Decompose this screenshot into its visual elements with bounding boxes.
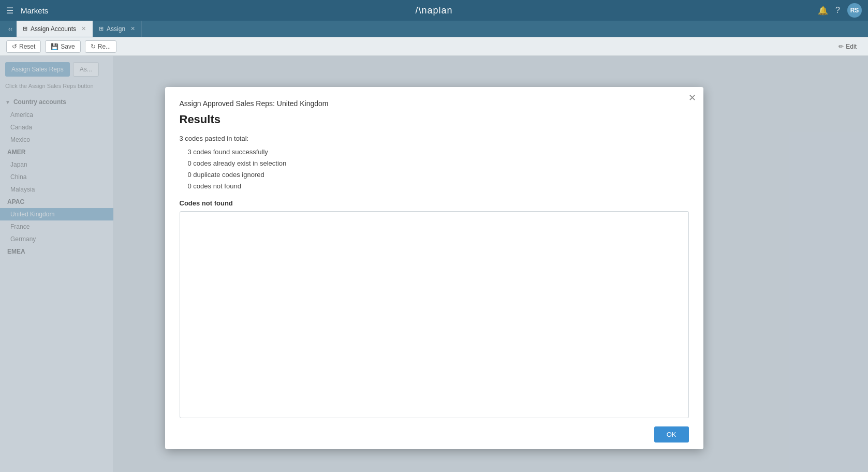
save-button[interactable]: 💾 Save	[45, 40, 80, 53]
top-nav-bar: ☰ Markets /\naplan 🔔 ? RS	[0, 0, 868, 21]
user-avatar[interactable]: RS	[847, 3, 862, 18]
notification-icon[interactable]: 🔔	[818, 6, 828, 16]
modal-backdrop: ✕ Assign Approved Sales Reps: United Kin…	[0, 56, 868, 472]
tab-assign-label: Assign	[107, 25, 125, 33]
edit-icon: ✏	[838, 43, 844, 50]
tab-assign-accounts-close[interactable]: ✕	[81, 25, 86, 32]
modal-ok-button[interactable]: OK	[654, 426, 689, 443]
tab-assign[interactable]: ⊞ Assign ✕	[93, 21, 142, 37]
tab-assign-accounts-icon: ⊞	[23, 25, 27, 32]
modal-title: Assign Approved Sales Reps: United Kingd…	[180, 99, 689, 108]
re-label: Re...	[98, 43, 111, 50]
main-area: Assign Sales Reps As... Click the Assign…	[0, 56, 868, 472]
edit-button[interactable]: ✏ Edit	[833, 41, 862, 52]
tab-bar: ‹‹ ⊞ Assign Accounts ✕ ⊞ Assign ✕	[0, 21, 868, 37]
modal-dialog: ✕ Assign Approved Sales Reps: United Kin…	[165, 87, 703, 449]
tab-assign-accounts-label: Assign Accounts	[31, 25, 76, 33]
save-label: Save	[61, 43, 75, 50]
codes-not-found-label: Codes not found	[180, 199, 689, 207]
help-icon[interactable]: ?	[835, 6, 840, 15]
reset-label: Reset	[19, 43, 35, 50]
reset-icon: ↺	[12, 43, 17, 50]
tab-assign-close[interactable]: ✕	[130, 25, 135, 32]
re-button[interactable]: ↻ Re...	[85, 40, 116, 53]
save-icon: 💾	[51, 43, 58, 50]
top-nav-right: 🔔 ? RS	[818, 3, 862, 18]
app-logo: /\naplan	[415, 5, 452, 16]
app-title: Markets	[21, 6, 48, 15]
reset-button[interactable]: ↺ Reset	[6, 40, 41, 53]
toolbar: ↺ Reset 💾 Save ↻ Re... ✏ Edit	[0, 37, 868, 56]
modal-footer: OK	[180, 426, 689, 443]
re-icon: ↻	[91, 43, 96, 50]
modal-summary-item-1: 0 codes already exist in selection	[180, 158, 689, 169]
codes-not-found-box	[180, 211, 689, 418]
edit-label: Edit	[846, 43, 857, 50]
tab-assign-accounts[interactable]: ⊞ Assign Accounts ✕	[17, 21, 93, 37]
modal-summary-item-3: 0 codes not found	[180, 181, 689, 192]
tab-assign-icon: ⊞	[99, 25, 104, 32]
tab-bar-toggle[interactable]: ‹‹	[4, 21, 17, 37]
menu-icon[interactable]: ☰	[6, 6, 13, 16]
modal-summary-item-2: 0 duplicate codes ignored	[180, 169, 689, 181]
modal-summary-item-0: 3 codes found successfully	[180, 146, 689, 158]
modal-close-button[interactable]: ✕	[688, 92, 696, 104]
modal-summary-line: 3 codes pasted in total:	[180, 135, 689, 142]
modal-heading: Results	[180, 113, 689, 126]
